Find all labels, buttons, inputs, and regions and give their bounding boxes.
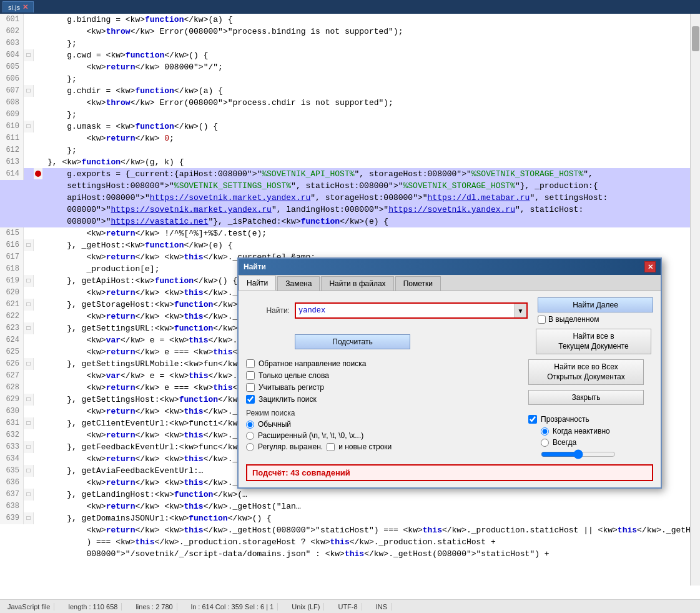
- line-number: 628: [0, 382, 24, 394]
- fold-marker[interactable]: □: [24, 275, 34, 287]
- line-number: 637: [0, 489, 24, 501]
- fold-marker[interactable]: □: [24, 512, 34, 524]
- table-row: 008000">"/sovetnik/_/script-data/domains…: [0, 548, 700, 560]
- tab-find-in-files[interactable]: Найти в файлах: [321, 276, 393, 291]
- mode-extended-radio[interactable]: [246, 432, 254, 440]
- transparency-slider[interactable]: [541, 449, 616, 459]
- table-row: settingsHost:008000">"%SOVETNIK_SETTINGS…: [0, 180, 700, 192]
- fold-marker[interactable]: □: [24, 417, 34, 429]
- right-buttons: Найти Далее В выделенном: [538, 297, 653, 324]
- reverse-search-checkbox[interactable]: [246, 359, 255, 368]
- trans-always-radio[interactable]: [541, 439, 549, 447]
- line-number: 639: [0, 512, 24, 524]
- table-row: 008000">"https://sovetnik.market.yandex.…: [0, 204, 700, 216]
- fold-marker[interactable]: □: [24, 465, 34, 477]
- reverse-search-row: Обратное направление поиска: [246, 359, 516, 368]
- line-number: 617: [0, 251, 24, 263]
- tab-marks[interactable]: Пометки: [395, 276, 441, 291]
- case-sensitive-checkbox[interactable]: [246, 383, 255, 392]
- encoding-status: Unix (LF): [288, 603, 324, 611]
- tab-replace[interactable]: Замена: [277, 276, 320, 291]
- fold-marker[interactable]: □: [24, 441, 34, 453]
- fold-marker[interactable]: □: [24, 121, 34, 132]
- table-row: 602 <kw>throw</kw> Error(008000">"proces…: [0, 26, 700, 37]
- dialog-close-button[interactable]: ✕: [644, 261, 656, 272]
- line-number: 616: [0, 239, 24, 251]
- fold-marker[interactable]: □: [24, 394, 34, 406]
- table-row: 614 g.exports = {_current:{apiHost:00800…: [0, 168, 700, 180]
- mode-extended-label: Расширенный (\n, \r, \t, \0, \x...): [258, 431, 363, 440]
- line-number: 627: [0, 370, 24, 382]
- transparency-label: Прозрачность: [541, 415, 589, 424]
- transparency-checkbox[interactable]: [528, 415, 537, 424]
- code-content: g.exports = {_current:{apiHost:008000">"…: [42, 168, 700, 180]
- trans-inactive-radio[interactable]: [541, 427, 549, 436]
- find-dialog[interactable]: Найти ✕ Найти Замена Найти в файлах Поме…: [237, 257, 662, 489]
- line-number: 604: [0, 49, 24, 61]
- line-number: 609: [0, 109, 24, 121]
- code-content: g.chdir = <kw>function</kw>(a) {: [42, 85, 700, 97]
- dialog-body: Найти: ▼ Найти Далее В выделенном По: [239, 291, 661, 487]
- fold-marker[interactable]: □: [24, 358, 34, 370]
- vertical-scrollbar[interactable]: [690, 14, 700, 586]
- mode-regex-radio[interactable]: [246, 443, 254, 451]
- line-number: 625: [0, 346, 24, 358]
- code-content: ) === <kw>this</kw>._production.storageH…: [42, 536, 700, 548]
- fold-marker[interactable]: □: [24, 239, 34, 251]
- mode-normal-radio[interactable]: [246, 421, 254, 429]
- search-dropdown-button[interactable]: ▼: [514, 304, 526, 317]
- fold-marker[interactable]: □: [24, 322, 34, 334]
- find-in-doc-button[interactable]: Найти все в Текущем Документе: [536, 329, 651, 354]
- code-content: };: [42, 109, 700, 121]
- table-row: apiHost:008000">"https://sovetnik.market…: [0, 192, 700, 204]
- tab-find[interactable]: Найти: [239, 276, 276, 291]
- find-in-all-button[interactable]: Найти все во Всех Открытых Документах: [528, 359, 644, 385]
- tab-filename: si.js: [8, 4, 20, 11]
- count-button[interactable]: Подсчитать: [295, 334, 410, 349]
- line-number: 631: [0, 417, 24, 429]
- code-content: }, <kw>function</kw>(g, k) {: [42, 156, 700, 168]
- transparency-section: Прозрачность Когда неактивно Всегда: [528, 415, 653, 459]
- editor-tab[interactable]: si.js ✕: [2, 1, 34, 12]
- transparency-row: Прозрачность: [528, 415, 653, 424]
- code-content: <kw>return</kw> !/^%[^%]+%$/.test(e);: [42, 227, 700, 239]
- table-row: 605 <kw>return</kw> 008000">"/";: [0, 61, 700, 73]
- mode-extended-row: Расширенный (\n, \r, \t, \0, \x...): [246, 431, 516, 440]
- newlines-checkbox[interactable]: [327, 443, 335, 451]
- line-number: 602: [0, 26, 24, 37]
- in-selection-checkbox[interactable]: [538, 316, 546, 324]
- fold-marker[interactable]: □: [24, 85, 34, 97]
- options-right: Найти все во Всех Открытых Документах За…: [528, 359, 653, 459]
- line-number: 635: [0, 465, 24, 477]
- line-number: 606: [0, 73, 24, 85]
- title-bar: si.js ✕: [0, 0, 700, 14]
- line-number: 636: [0, 477, 24, 489]
- options-left: Обратное направление поиска Только целые…: [246, 359, 516, 459]
- fold-marker[interactable]: □: [24, 49, 34, 61]
- table-row: 639□ }, getDomainsJSONUrl:<kw>function</…: [0, 512, 700, 524]
- fold-marker[interactable]: □: [24, 299, 34, 311]
- charset-status: UTF-8: [334, 603, 362, 611]
- line-number: 619: [0, 275, 24, 287]
- code-content: 008000">"https://vastatic.net"}, _isPatc…: [42, 216, 700, 227]
- count-row: Подсчитать Найти все в Текущем Документе: [295, 329, 653, 354]
- search-input[interactable]: [296, 305, 514, 316]
- line-number: 632: [0, 429, 24, 441]
- code-content: };: [42, 73, 700, 85]
- close-button[interactable]: Закрыть: [528, 390, 644, 405]
- code-content: settingsHost:008000">"%SOVETNIK_SETTINGS…: [42, 180, 700, 192]
- table-row: ) === <kw>this</kw>._production.storageH…: [0, 536, 700, 548]
- search-input-container: ▼: [295, 302, 528, 319]
- table-row: 606 };: [0, 73, 700, 85]
- find-next-button[interactable]: Найти Далее: [538, 297, 653, 312]
- trans-inactive-label: Когда неактивно: [553, 427, 610, 436]
- line-number: 607: [0, 85, 24, 97]
- breakpoint-col[interactable]: [34, 168, 42, 179]
- fold-marker[interactable]: □: [24, 489, 34, 501]
- table-row: 612 };: [0, 144, 700, 156]
- wrap-search-checkbox[interactable]: [246, 395, 255, 404]
- line-number: 615: [0, 227, 24, 239]
- tab-close-icon[interactable]: ✕: [22, 3, 28, 11]
- scrollbar-thumb[interactable]: [692, 26, 699, 51]
- whole-word-checkbox[interactable]: [246, 371, 255, 380]
